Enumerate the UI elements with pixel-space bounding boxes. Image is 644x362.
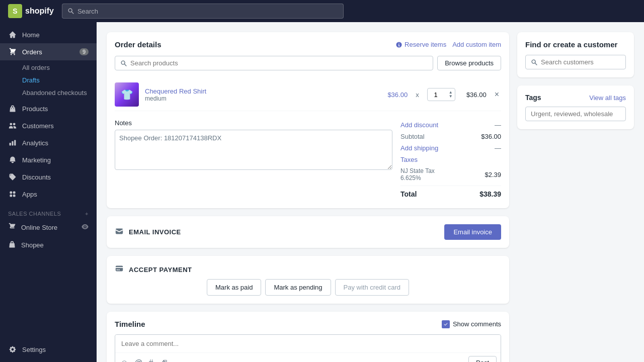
- total-row: Total $38.39: [400, 186, 501, 200]
- online-store-settings-icon[interactable]: [82, 223, 89, 232]
- post-comment-btn[interactable]: Post: [468, 356, 497, 362]
- show-comments-checkbox[interactable]: [442, 320, 450, 328]
- accept-payment-title: ACCEPT PAYMENT: [129, 266, 192, 274]
- reserve-items-link[interactable]: Reserve items: [395, 41, 446, 48]
- customer-search-wrap[interactable]: [525, 55, 626, 69]
- tax-detail-row: NJ State Tax 6.625% $2.39: [400, 165, 501, 184]
- find-customer-body: Find or create a customer: [517, 32, 634, 77]
- show-comments-label: Show comments: [453, 320, 501, 328]
- sidebar-item-customers[interactable]: Customers: [0, 117, 97, 134]
- customers-icon: [8, 121, 17, 130]
- sidebar-item-apps-label: Apps: [22, 191, 37, 198]
- sidebar-item-orders[interactable]: Orders 9: [0, 43, 97, 60]
- product-variant: medium: [145, 95, 381, 102]
- browse-products-btn[interactable]: Browse products: [437, 56, 501, 70]
- add-discount-link[interactable]: Add discount: [400, 121, 438, 129]
- taxes-row: Taxes: [400, 154, 501, 165]
- payment-buttons: Mark as paid Mark as pending Pay with cr…: [107, 279, 509, 304]
- online-store-label: Online Store: [21, 224, 57, 231]
- accept-payment-header: ACCEPT PAYMENT: [107, 256, 509, 279]
- timeline-header: Timeline Show comments: [107, 312, 509, 334]
- sidebar-item-marketing-label: Marketing: [22, 156, 51, 164]
- comment-input[interactable]: [115, 335, 501, 352]
- sidebar-sub-abandoned[interactable]: Abandoned checkouts: [22, 86, 97, 99]
- notes-label: Notes: [115, 119, 392, 127]
- shipping-dash: —: [495, 144, 501, 152]
- timeline-card: Timeline Show comments ☺ @ # 🖇: [107, 312, 509, 362]
- show-comments-toggle[interactable]: Show comments: [442, 320, 501, 328]
- pay-with-credit-card-btn[interactable]: Pay with credit card: [335, 279, 409, 296]
- search-products-input[interactable]: [130, 59, 428, 67]
- sidebar-item-products[interactable]: Products: [0, 100, 97, 117]
- product-x-separator: x: [416, 91, 419, 99]
- view-all-tags-link[interactable]: View all tags: [589, 94, 626, 102]
- search-customers-input[interactable]: [541, 58, 620, 66]
- timeline-title: Timeline: [115, 320, 145, 328]
- hashtag-icon[interactable]: #: [148, 357, 154, 363]
- sidebar-sub-drafts[interactable]: Drafts: [22, 74, 97, 86]
- add-custom-item-link[interactable]: Add custom item: [452, 41, 501, 48]
- shopee-icon: [8, 240, 16, 250]
- sidebar-item-settings[interactable]: Settings: [0, 341, 97, 358]
- shopify-logo-text: shopify: [25, 7, 54, 16]
- notes-section: Notes Shopee Order: 181207174138RDX: [115, 119, 392, 200]
- quantity-input-wrap[interactable]: ▲ ▼: [427, 88, 455, 101]
- quantity-field[interactable]: [431, 91, 449, 99]
- orders-sub-menu: All orders Drafts Abandoned checkouts: [0, 60, 97, 100]
- tax-name: NJ State Tax 6.625%: [400, 167, 435, 182]
- orders-badge: 9: [79, 48, 89, 55]
- main-content: Order details Reserve items Add custom i…: [97, 22, 644, 362]
- top-search-bar[interactable]: [62, 4, 344, 19]
- quantity-spinner[interactable]: ▲ ▼: [449, 90, 453, 99]
- sidebar-item-apps[interactable]: Apps: [0, 186, 97, 203]
- mention-icon[interactable]: @: [133, 357, 143, 363]
- tags-body: Tags View all tags: [517, 85, 634, 129]
- tags-input[interactable]: [531, 110, 620, 118]
- add-sales-channel-icon[interactable]: +: [85, 211, 89, 217]
- tags-title: Tags: [525, 94, 541, 102]
- email-invoice-left: EMAIL INVOICE: [115, 227, 181, 238]
- product-total: $36.00: [461, 91, 487, 99]
- marketing-icon: [8, 155, 17, 164]
- sidebar-sub-all-orders[interactable]: All orders: [22, 61, 97, 74]
- tags-input-wrap[interactable]: [525, 107, 626, 121]
- accept-payment-left: ACCEPT PAYMENT: [115, 264, 192, 275]
- email-invoice-btn[interactable]: Email invoice: [444, 224, 501, 240]
- center-panel: Order details Reserve items Add custom i…: [107, 32, 509, 362]
- discount-row: Add discount —: [400, 119, 501, 131]
- search-products-wrap[interactable]: [115, 56, 433, 70]
- sidebar-item-orders-label: Orders: [22, 48, 42, 56]
- sidebar-item-online-store[interactable]: Online Store: [0, 219, 97, 236]
- mark-as-paid-btn[interactable]: Mark as paid: [207, 279, 261, 296]
- products-icon: [8, 104, 17, 113]
- top-search-input[interactable]: [77, 8, 338, 15]
- find-customer-card: Find or create a customer: [517, 32, 634, 77]
- emoji-icon[interactable]: ☺: [119, 357, 129, 363]
- search-icon: [67, 8, 74, 15]
- attachment-icon[interactable]: 🖇: [158, 357, 169, 363]
- order-header: Order details Reserve items Add custom i…: [115, 40, 501, 49]
- sidebar-item-shopee[interactable]: Shopee: [0, 236, 97, 254]
- sidebar-item-home-label: Home: [22, 31, 40, 39]
- top-nav: S shopify: [0, 0, 644, 22]
- discount-dash: —: [495, 121, 501, 129]
- remove-product-btn[interactable]: ×: [493, 89, 501, 100]
- notes-textarea[interactable]: Shopee Order: 181207174138RDX: [115, 130, 392, 170]
- email-invoice-title: EMAIL INVOICE: [129, 228, 181, 236]
- add-shipping-link[interactable]: Add shipping: [400, 144, 438, 152]
- tags-header: Tags View all tags: [525, 94, 626, 102]
- taxes-link[interactable]: Taxes: [400, 156, 418, 163]
- sidebar-item-discounts[interactable]: Discounts: [0, 168, 97, 186]
- mark-as-pending-btn[interactable]: Mark as pending: [265, 279, 331, 296]
- qty-down-icon[interactable]: ▼: [449, 95, 453, 99]
- product-name[interactable]: Chequered Red Shirt: [145, 87, 381, 95]
- orders-icon: [8, 47, 17, 56]
- sidebar-item-marketing[interactable]: Marketing: [0, 151, 97, 168]
- sidebar-item-home[interactable]: Home: [0, 26, 97, 43]
- online-store-icon: [8, 223, 16, 232]
- shipping-row: Add shipping —: [400, 142, 501, 154]
- sidebar: Home Orders 9 All orders Drafts Abandone…: [0, 22, 97, 362]
- settings-icon: [8, 345, 17, 354]
- email-icon: [115, 227, 124, 238]
- sidebar-item-analytics[interactable]: Analytics: [0, 134, 97, 151]
